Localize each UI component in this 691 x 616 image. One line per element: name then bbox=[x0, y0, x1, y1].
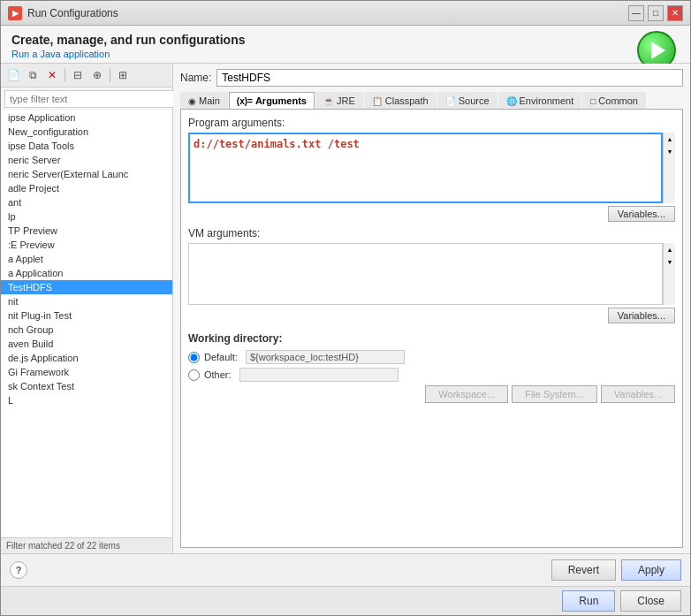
vm-args-scroll-up[interactable]: ▲ bbox=[664, 243, 676, 255]
tab-common-label: Common bbox=[598, 95, 638, 106]
tab-jre[interactable]: ☕ JRE bbox=[315, 92, 363, 109]
list-item[interactable]: nit bbox=[1, 294, 172, 308]
maximize-button[interactable]: □ bbox=[648, 5, 664, 21]
vm-args-scroll-down[interactable]: ▼ bbox=[664, 255, 676, 268]
tab-main[interactable]: ◉ Main bbox=[180, 92, 228, 109]
expand-all-button[interactable]: ⊕ bbox=[88, 66, 106, 84]
main-content: 📄 ⧉ ✕ ⊟ ⊕ ⊞ ipse ApplicationNew_configur… bbox=[1, 64, 690, 553]
list-item[interactable]: nch Group bbox=[1, 323, 172, 337]
window-title: Run Configurations bbox=[27, 7, 628, 19]
run-icon bbox=[651, 42, 665, 59]
list-item[interactable]: TestHDFS bbox=[1, 280, 172, 294]
delete-config-button[interactable]: ✕ bbox=[43, 66, 61, 84]
workdir-buttons: Workspace... File System... Variables... bbox=[188, 385, 675, 403]
filter-input[interactable] bbox=[4, 90, 176, 108]
prog-args-variables-button[interactable]: Variables... bbox=[608, 206, 675, 222]
run-button-bottom[interactable]: Run bbox=[562, 590, 615, 612]
toolbar-separator-2 bbox=[110, 68, 110, 82]
tab-environment[interactable]: 🌐 Environment bbox=[498, 92, 582, 109]
list-item[interactable]: neric Server(External Launc bbox=[1, 167, 172, 181]
title-bar: ▶ Run Configurations — □ ✕ bbox=[1, 1, 690, 26]
tab-main-label: Main bbox=[199, 95, 220, 106]
name-row: Name: bbox=[180, 69, 683, 87]
filter-status: Filter matched 22 of 22 items bbox=[1, 537, 172, 553]
help-button[interactable]: ? bbox=[10, 561, 27, 579]
tab-source-label: Source bbox=[459, 95, 490, 106]
list-item[interactable]: de.js Application bbox=[1, 351, 172, 365]
tab-arguments[interactable]: (x)= Arguments bbox=[229, 92, 315, 109]
list-item[interactable]: neric Server bbox=[1, 153, 172, 167]
collapse-all-button[interactable]: ⊟ bbox=[69, 66, 87, 84]
bottom-bar: ? Revert Apply bbox=[1, 553, 690, 586]
revert-button[interactable]: Revert bbox=[551, 559, 616, 581]
left-panel: 📄 ⧉ ✕ ⊟ ⊕ ⊞ ipse ApplicationNew_configur… bbox=[1, 64, 173, 553]
other-radio[interactable] bbox=[188, 369, 200, 381]
tab-arguments-label: Arguments bbox=[255, 95, 307, 106]
filesystem-button[interactable]: File System... bbox=[512, 385, 597, 403]
vm-args-variables-row: Variables... bbox=[188, 308, 675, 323]
list-item[interactable]: ipse Application bbox=[1, 110, 172, 125]
bottom-right-buttons: Revert Apply bbox=[551, 559, 681, 581]
config-toolbar: 📄 ⧉ ✕ ⊟ ⊕ ⊞ bbox=[1, 64, 172, 87]
workspace-button[interactable]: Workspace... bbox=[425, 385, 508, 403]
close-button-bottom[interactable]: Close bbox=[620, 590, 681, 612]
duplicate-config-button[interactable]: ⧉ bbox=[24, 66, 42, 84]
minimize-button[interactable]: — bbox=[628, 5, 644, 21]
name-input[interactable] bbox=[216, 69, 683, 87]
run-close-bar: Run Close bbox=[1, 586, 690, 615]
vm-args-input[interactable] bbox=[188, 243, 663, 305]
tab-jre-label: JRE bbox=[337, 95, 355, 106]
list-item[interactable]: nit Plug-in Test bbox=[1, 308, 172, 323]
prog-args-variables-row: Variables... bbox=[188, 206, 675, 222]
list-item[interactable]: a Application bbox=[1, 266, 172, 280]
list-item[interactable]: :E Preview bbox=[1, 238, 172, 252]
program-args-label: Program arguments: bbox=[188, 117, 675, 129]
other-radio-value bbox=[239, 368, 399, 382]
workdir-variables-button[interactable]: Variables... bbox=[601, 385, 675, 403]
jre-tab-icon: ☕ bbox=[323, 96, 334, 106]
tab-content-arguments: Program arguments: ▲ ▼ Variables... VM a… bbox=[180, 110, 683, 548]
common-tab-icon: □ bbox=[590, 96, 596, 106]
list-item[interactable]: TP Preview bbox=[1, 224, 172, 238]
tab-classpath-label: Classpath bbox=[385, 95, 429, 106]
header-title: Create, manage, and run configurations bbox=[11, 33, 680, 47]
prog-args-scroll-up[interactable]: ▲ bbox=[664, 133, 676, 145]
config-list: ipse ApplicationNew_configurationipse Da… bbox=[1, 110, 172, 537]
list-item[interactable]: ant bbox=[1, 195, 172, 209]
prog-args-scrollbar[interactable]: ▲ ▼ bbox=[663, 133, 675, 203]
run-configurations-window: ▶ Run Configurations — □ ✕ Create, manag… bbox=[0, 0, 691, 616]
source-tab-icon: 📄 bbox=[445, 96, 456, 106]
list-item[interactable]: L bbox=[1, 393, 172, 407]
list-item[interactable]: aven Build bbox=[1, 337, 172, 351]
filter-button[interactable]: ⊞ bbox=[114, 66, 132, 84]
apply-button[interactable]: Apply bbox=[621, 559, 681, 581]
tab-environment-label: Environment bbox=[520, 95, 574, 106]
default-radio[interactable] bbox=[188, 352, 200, 363]
list-item[interactable]: sk Context Test bbox=[1, 379, 172, 393]
list-item[interactable]: adle Project bbox=[1, 181, 172, 195]
main-tab-icon: ◉ bbox=[188, 96, 196, 106]
program-args-input[interactable] bbox=[188, 133, 663, 203]
tabs-bar: ◉ Main (x)= Arguments ☕ JRE 📋 Classpath … bbox=[180, 92, 683, 110]
prog-args-scroll-down[interactable]: ▼ bbox=[664, 145, 676, 157]
list-item[interactable]: a Applet bbox=[1, 252, 172, 266]
new-config-button[interactable]: 📄 bbox=[4, 66, 22, 84]
working-dir-label: Working directory: bbox=[188, 332, 675, 345]
tab-common[interactable]: □ Common bbox=[582, 92, 646, 109]
window-controls: — □ ✕ bbox=[628, 5, 683, 21]
header-subtitle[interactable]: Run a Java application bbox=[11, 49, 680, 59]
list-item[interactable]: lp bbox=[1, 209, 172, 224]
arguments-tab-icon: (x)= bbox=[237, 96, 253, 106]
list-item[interactable]: ipse Data Tools bbox=[1, 139, 172, 153]
right-panel: Name: ◉ Main (x)= Arguments ☕ JRE 📋 bbox=[173, 64, 690, 553]
classpath-tab-icon: 📋 bbox=[372, 96, 383, 106]
other-radio-row: Other: bbox=[188, 368, 675, 382]
tab-source[interactable]: 📄 Source bbox=[437, 92, 497, 109]
list-item[interactable]: Gi Framework bbox=[1, 365, 172, 379]
vm-args-variables-button[interactable]: Variables... bbox=[608, 308, 675, 323]
default-radio-label: Default: bbox=[204, 352, 238, 362]
list-item[interactable]: New_configuration bbox=[1, 125, 172, 139]
vm-args-scrollbar[interactable]: ▲ ▼ bbox=[663, 243, 675, 305]
close-button[interactable]: ✕ bbox=[667, 5, 683, 21]
tab-classpath[interactable]: 📋 Classpath bbox=[364, 92, 437, 109]
